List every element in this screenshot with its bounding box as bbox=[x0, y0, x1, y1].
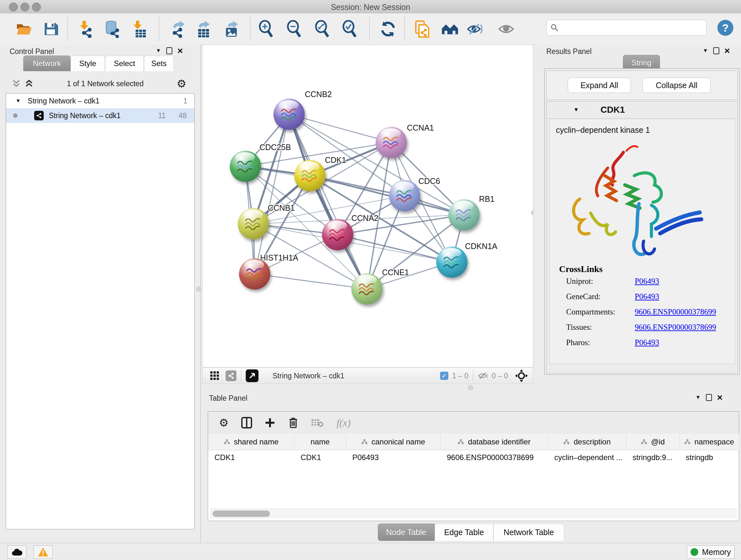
search-input[interactable] bbox=[559, 23, 700, 33]
show-hidden-button[interactable] bbox=[498, 20, 515, 38]
tab-node-table[interactable]: Node Table bbox=[378, 523, 434, 541]
column-header[interactable]: canonical name bbox=[346, 434, 441, 450]
network-node[interactable] bbox=[239, 258, 270, 290]
bottom-splitter-handle[interactable] bbox=[468, 385, 473, 390]
network-node[interactable] bbox=[436, 246, 468, 278]
expand-all-tree-icon[interactable] bbox=[24, 79, 34, 88]
panel-close-icon[interactable]: × bbox=[724, 48, 730, 54]
grid-view-icon[interactable] bbox=[210, 371, 220, 381]
network-node[interactable] bbox=[322, 219, 353, 250]
show-all-networks-button[interactable] bbox=[441, 20, 459, 38]
hide-selected-button[interactable] bbox=[467, 20, 484, 38]
show-columns-icon[interactable] bbox=[241, 417, 252, 428]
network-node[interactable] bbox=[351, 273, 383, 305]
cell-database-identifier[interactable]: 9606.ENSP00000378699 bbox=[441, 450, 548, 465]
panel-menu-icon[interactable]: ▼ bbox=[156, 48, 161, 54]
column-header[interactable]: name bbox=[294, 434, 346, 450]
table-options-gear-icon[interactable]: ⚙ bbox=[219, 417, 228, 428]
panel-float-icon[interactable] bbox=[166, 47, 172, 54]
warnings-button[interactable] bbox=[33, 545, 53, 559]
crosslink-link[interactable]: 9606.ENSP00000378699 bbox=[635, 323, 716, 332]
panel-close-icon[interactable]: × bbox=[178, 48, 183, 54]
panel-float-icon[interactable] bbox=[706, 394, 712, 401]
network-row[interactable]: String Network – cdk1 11 48 bbox=[6, 108, 194, 123]
column-header[interactable]: description bbox=[548, 434, 626, 450]
network-node[interactable] bbox=[230, 151, 261, 182]
left-splitter-handle[interactable] bbox=[196, 287, 201, 292]
open-session-button[interactable] bbox=[15, 20, 32, 38]
network-node[interactable] bbox=[376, 127, 407, 158]
network-node[interactable] bbox=[238, 208, 269, 240]
delete-table-icon[interactable] bbox=[311, 418, 324, 428]
cell-id[interactable]: stringdb:9... bbox=[626, 450, 679, 465]
import-network-from-database-button[interactable] bbox=[104, 20, 121, 38]
zoom-in-button[interactable] bbox=[258, 20, 275, 38]
table-toolbar: ⚙ f(x) bbox=[208, 412, 739, 434]
fit-content-crosshair-icon[interactable] bbox=[515, 369, 528, 382]
network-node[interactable] bbox=[389, 180, 420, 211]
crosslink-link[interactable]: P06493 bbox=[635, 277, 659, 286]
export-network-button[interactable] bbox=[169, 20, 186, 38]
column-header[interactable]: shared name bbox=[208, 434, 294, 450]
tab-edge-table[interactable]: Edge Table bbox=[434, 523, 493, 541]
tab-sets[interactable]: Sets bbox=[144, 56, 174, 71]
node-label: CDK1 bbox=[325, 155, 346, 165]
table-row[interactable]: CDK1 CDK1 P06493 9606.ENSP00000378699 cy… bbox=[208, 450, 739, 465]
crosslink-link[interactable]: P06493 bbox=[635, 338, 659, 347]
cloud-status-button[interactable] bbox=[7, 545, 26, 559]
network-options-gear-icon[interactable]: ⚙ bbox=[177, 78, 186, 89]
tab-select[interactable]: Select bbox=[105, 56, 144, 71]
cell-shared-name[interactable]: CDK1 bbox=[208, 450, 294, 465]
cell-name[interactable]: CDK1 bbox=[294, 450, 346, 465]
zoom-selected-button[interactable] bbox=[341, 20, 358, 38]
collection-count: 1 bbox=[183, 97, 187, 105]
column-header[interactable]: database identifier bbox=[441, 434, 548, 450]
panel-menu-icon[interactable]: ▼ bbox=[695, 394, 701, 401]
panel-float-icon[interactable] bbox=[713, 47, 719, 54]
collapse-all-tree-icon[interactable] bbox=[11, 79, 21, 88]
save-session-button[interactable] bbox=[42, 20, 59, 38]
memory-button[interactable]: Memory bbox=[687, 545, 735, 559]
collapse-all-button[interactable]: Collapse All bbox=[643, 78, 711, 93]
tab-network-table[interactable]: Network Table bbox=[493, 523, 564, 541]
network-collection-row[interactable]: ▼ String Network – cdk1 1 bbox=[6, 94, 194, 108]
zoom-fit-button[interactable] bbox=[314, 20, 331, 38]
expand-all-button[interactable]: Expand All bbox=[568, 78, 631, 93]
birds-eye-view-icon[interactable] bbox=[226, 370, 237, 381]
network-canvas[interactable]: CCNB2CCNA1CDC25BCDK1CDC6RB1CCNB1CCNA2CDK… bbox=[202, 45, 533, 368]
zoom-out-button[interactable] bbox=[286, 20, 303, 38]
cell-canonical-name[interactable]: P06493 bbox=[346, 450, 441, 465]
import-table-button[interactable] bbox=[131, 20, 148, 38]
network-node[interactable] bbox=[273, 99, 305, 130]
cell-namespace[interactable]: stringdb bbox=[679, 450, 739, 465]
entry-expander-icon[interactable]: ▼ bbox=[574, 107, 579, 113]
tab-style[interactable]: Style bbox=[71, 56, 105, 71]
function-builder-button[interactable]: f(x) bbox=[336, 417, 350, 429]
network-list: ▼ String Network – cdk1 1 String Network… bbox=[6, 93, 195, 530]
delete-column-trash-icon[interactable] bbox=[288, 417, 298, 428]
export-image-button[interactable] bbox=[223, 20, 241, 38]
column-header[interactable]: namespace bbox=[679, 434, 739, 450]
scrollbar-thumb[interactable] bbox=[212, 510, 270, 517]
detach-view-icon[interactable] bbox=[246, 369, 259, 382]
tab-network[interactable]: Network bbox=[23, 56, 71, 71]
column-header[interactable]: @id bbox=[626, 434, 679, 450]
import-network-button[interactable] bbox=[77, 20, 94, 38]
help-button[interactable]: ? bbox=[718, 20, 733, 36]
cell-description[interactable]: cyclin–dependent ... bbox=[548, 450, 626, 465]
tree-expander-icon[interactable]: ▼ bbox=[16, 98, 21, 104]
crosslink-row: Uniprot:P06493 bbox=[566, 277, 735, 286]
entry-header-row[interactable]: ▼ CDK1 bbox=[547, 102, 738, 118]
copy-network-button[interactable] bbox=[414, 20, 431, 38]
create-column-plus-icon[interactable] bbox=[265, 418, 275, 428]
panel-close-icon[interactable]: × bbox=[717, 394, 723, 401]
crosslink-link[interactable]: P06493 bbox=[635, 292, 659, 301]
network-node[interactable] bbox=[448, 199, 480, 231]
selected-checkbox-icon[interactable]: ✓ bbox=[440, 372, 448, 380]
panel-menu-icon[interactable]: ▼ bbox=[703, 48, 708, 54]
apply-layout-button[interactable] bbox=[380, 20, 397, 38]
network-node[interactable] bbox=[294, 160, 326, 191]
table-horizontal-scrollbar[interactable] bbox=[210, 509, 737, 518]
crosslink-link[interactable]: 9606.ENSP00000378699 bbox=[635, 307, 716, 316]
export-table-button[interactable] bbox=[195, 20, 212, 38]
